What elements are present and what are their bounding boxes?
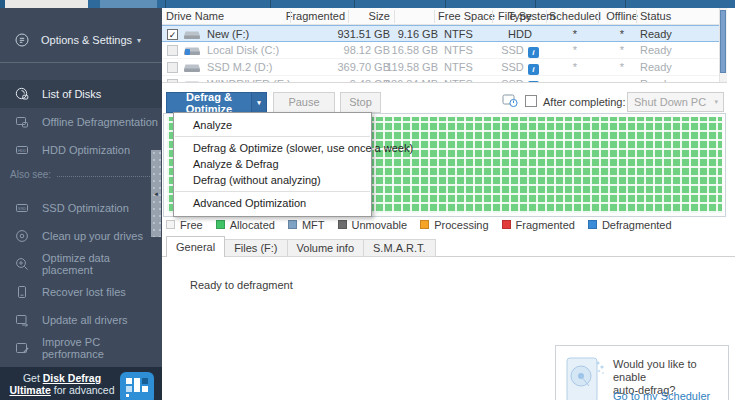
- table-row-ssd-m-2-d[interactable]: SSD M.2 (D:)369.70 GB119.58 GBNTFS**Read…: [162, 59, 727, 76]
- go-to-scheduler-link[interactable]: Go to my Scheduler: [613, 390, 710, 400]
- legend-swatch: [338, 220, 347, 229]
- legend-label: Free: [180, 219, 203, 231]
- ssd-info-icon[interactable]: i: [528, 64, 539, 75]
- legend-label: Allocated: [230, 219, 275, 231]
- col-type[interactable]: Type: [492, 10, 548, 22]
- also-see-label: Also see:: [10, 169, 51, 180]
- after-completing-checkbox[interactable]: [525, 95, 537, 107]
- menu-item-defrag-optimize-slower-use-once-a-week[interactable]: Defrag & Optimize (slower, use once a we…: [174, 140, 371, 156]
- tab-volume-info[interactable]: Volume info: [288, 239, 364, 257]
- sidebar-item-ssd-optimization[interactable]: SSDSSD Optimization: [0, 194, 162, 222]
- after-completing-label: After completing:: [543, 96, 626, 108]
- drive-name: Local Disk (C:): [207, 44, 279, 56]
- disk-defrag-ultimate-icon: [120, 372, 154, 400]
- defrag-optimize-button[interactable]: Defrag & Optimize ▾: [166, 92, 267, 113]
- sidebar-item-label: Clean up your drives: [42, 230, 143, 242]
- offline-value: *: [602, 44, 642, 56]
- type-value: HDD: [492, 28, 548, 40]
- sidebar-item-hdd-optimization[interactable]: HDDHDD Optimization: [0, 136, 162, 164]
- also-see-section: Also see:: [0, 166, 162, 182]
- legend-swatch: [166, 220, 175, 229]
- menu-item-advanced-optimization[interactable]: Advanced Optimization: [174, 195, 371, 211]
- sidebar-divider: [0, 62, 162, 63]
- tab-s-m-a-r-t[interactable]: S.M.A.R.T.: [364, 239, 436, 257]
- drive-checkbox[interactable]: [167, 45, 178, 56]
- status-value: Ready: [640, 61, 672, 73]
- sidebar-item-improve-pc-performance[interactable]: Improve PC performance: [0, 334, 162, 362]
- table-row-local-disk-c[interactable]: Local Disk (C:)98.12 GB16.58 GBNTFS**Rea…: [162, 42, 727, 59]
- sidebar-item-label: Update all drivers: [42, 314, 128, 326]
- hdd-icon: HDD: [14, 142, 30, 158]
- legend-item-unmovable: Unmovable: [338, 219, 408, 231]
- col-size[interactable]: Size: [369, 10, 390, 22]
- drive-table: Drive Name Fragmented Size Free Space Fi…: [162, 8, 727, 83]
- ssd-icon: SSD: [14, 200, 30, 216]
- col-fragmented[interactable]: Fragmented: [286, 10, 345, 22]
- sidebar-item-optimize-data-placement[interactable]: Optimize data placement: [0, 250, 162, 278]
- also-see-dotted-line: [57, 176, 152, 177]
- col-free-space[interactable]: Free Space: [438, 10, 495, 22]
- window-top-strip: [0, 0, 735, 8]
- sidebar-item-label: List of Disks: [42, 88, 101, 100]
- options-gear-icon: [14, 32, 30, 48]
- sidebar-item-label: Offline Defragmentation: [42, 116, 158, 128]
- size-value: 98.12 GB: [344, 44, 390, 56]
- after-completing-select[interactable]: Shut Down PC ▾: [627, 92, 724, 112]
- legend-swatch: [588, 220, 597, 229]
- sidebar: Options & Settings ▾ List of DisksOfflin…: [0, 8, 162, 400]
- options-settings-button[interactable]: Options & Settings ▾: [0, 26, 162, 54]
- sidebar-item-label: Improve PC performance: [42, 336, 162, 360]
- menu-item-analyze[interactable]: Analyze: [174, 117, 371, 133]
- table-row-new-f[interactable]: ✓New (F:)931.51 GB9.16 GBNTFS**ReadyHDD: [162, 25, 727, 42]
- legend-item-mft: MFT: [288, 219, 325, 231]
- auto-defrag-card: Would you like to enable auto-defrag? Go…: [555, 345, 729, 400]
- file-system-value: NTFS: [444, 61, 473, 73]
- sidebar-item-list-of-disks[interactable]: List of Disks: [0, 80, 162, 108]
- size-value: 369.70 GB: [337, 61, 390, 73]
- legend-label: MFT: [302, 219, 325, 231]
- disk-defrag-window: Options & Settings ▾ List of DisksOfflin…: [0, 0, 735, 400]
- menu-item-defrag-without-analyzing[interactable]: Defrag (without analyzing): [174, 172, 371, 188]
- col-scheduled[interactable]: Scheduled: [547, 10, 603, 22]
- sidebar-item-clean-up-your-drives[interactable]: Clean up your drives: [0, 222, 162, 250]
- free-space-value: 119.58 GB: [386, 61, 438, 73]
- tab-general[interactable]: General: [166, 236, 225, 257]
- tab-files-f[interactable]: Files (F:): [225, 239, 287, 257]
- ultimate-upgrade-text[interactable]: Get Disk DefragUltimate for advanced: [8, 372, 116, 396]
- sidebar-item-update-all-drivers[interactable]: Update all drivers: [0, 306, 162, 334]
- drive-name: SSD M.2 (D:): [207, 61, 272, 73]
- sidebar-item-label: SSD Optimization: [42, 202, 129, 214]
- sidebar-item-offline-defragmentation[interactable]: Offline Defragmentation: [0, 108, 162, 136]
- disks-icon: [14, 86, 30, 102]
- hdd-illustration-icon: [565, 356, 605, 400]
- col-drive-name[interactable]: Drive Name: [166, 10, 224, 22]
- stop-button[interactable]: Stop: [340, 92, 381, 113]
- svg-text:HDD: HDD: [18, 149, 26, 153]
- legend-label: Unmovable: [352, 219, 408, 231]
- table-row-windriver-e[interactable]: WINDRIVER (E:)9.48 GB686.84 MBNTFSReadyS…: [162, 76, 727, 83]
- col-status[interactable]: Status: [640, 10, 671, 22]
- offline-value: *: [602, 61, 642, 73]
- ssd-info-icon[interactable]: i: [528, 47, 539, 58]
- drive-checkbox[interactable]: [167, 62, 178, 73]
- legend-item-allocated: Allocated: [216, 219, 275, 231]
- table-scrollbar-thumb[interactable]: [720, 10, 726, 73]
- chevron-down-icon: ▾: [137, 36, 141, 45]
- sidebar-primary-nav: List of DisksOffline DefragmentationHDDH…: [0, 80, 162, 164]
- defrag-dropdown-arrow-icon[interactable]: ▾: [251, 93, 266, 112]
- legend-swatch: [420, 220, 429, 229]
- drive-checkbox[interactable]: ✓: [167, 29, 178, 40]
- ultimate-upgrade-banner[interactable]: Get Disk DefragUltimate for advanced: [0, 367, 162, 400]
- defrag-options-menu: AnalyzeDefrag & Optimize (slower, use on…: [173, 112, 372, 217]
- block-legend: FreeAllocatedMFTUnmovableProcessingFragm…: [166, 217, 726, 232]
- free-space-value: 16.58 GB: [392, 44, 438, 56]
- file-system-value: NTFS: [444, 28, 473, 40]
- select-arrow-icon: ▾: [714, 93, 718, 111]
- menu-item-analyze-defrag[interactable]: Analyze & Defrag: [174, 156, 371, 172]
- sidebar-item-recover-lost-files[interactable]: Recover lost files: [0, 278, 162, 306]
- legend-item-processing: Processing: [420, 219, 488, 231]
- pause-button[interactable]: Pause: [273, 92, 335, 113]
- drive-table-header[interactable]: Drive Name Fragmented Size Free Space Fi…: [162, 8, 727, 25]
- table-scrollbar[interactable]: [719, 8, 727, 83]
- sidebar-collapse-handle[interactable]: ◂: [151, 150, 161, 237]
